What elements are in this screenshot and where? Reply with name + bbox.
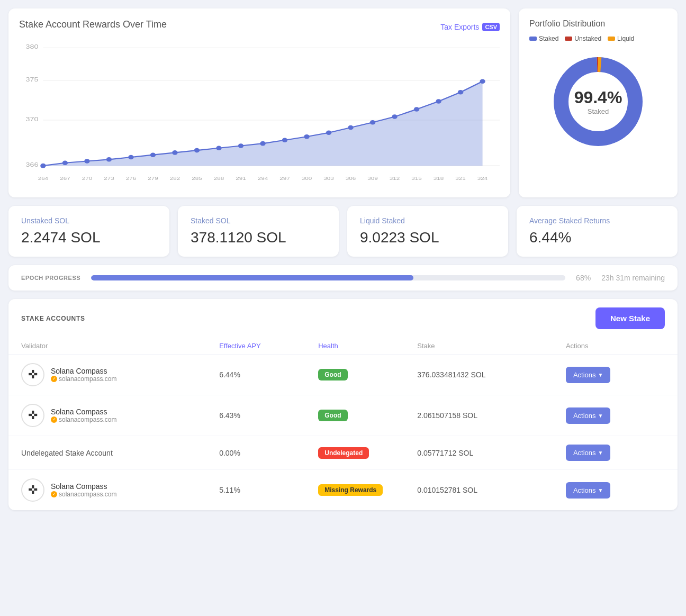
staked-label: Staked [539, 35, 558, 42]
legend-unstaked: Unstaked [565, 35, 601, 42]
actions-button-0[interactable]: Actions ▼ [566, 367, 611, 383]
staked-sol-label: Staked SOL [191, 216, 326, 225]
col-header-health: Health [318, 342, 417, 350]
svg-point-11 [84, 159, 89, 164]
svg-text:380: 380 [26, 43, 39, 51]
portfolio-title: Portfolio Distribution [529, 19, 667, 29]
health-badge-2: Undelegated [318, 447, 369, 459]
new-stake-button[interactable]: New Stake [595, 307, 665, 329]
svg-point-23 [348, 125, 353, 130]
stats-row: Unstaked SOL 2.2474 SOL Staked SOL 378.1… [8, 206, 678, 257]
avg-returns-value: 6.44% [529, 229, 665, 246]
svg-text:315: 315 [411, 175, 422, 181]
col-header-apy: Effective APY [219, 342, 318, 350]
svg-point-16 [194, 148, 200, 153]
portfolio-card: Portfolio Distribution Staked Unstaked L… [519, 8, 678, 197]
portfolio-legend: Staked Unstaked Liquid [529, 35, 667, 42]
svg-point-29 [480, 79, 485, 84]
actions-cell-3: Actions ▼ [566, 482, 665, 499]
chart-card: Stake Account Rewards Over Time Tax Expo… [8, 8, 510, 197]
svg-text:309: 309 [367, 175, 378, 181]
unstaked-label: Unstaked [574, 35, 601, 42]
svg-point-25 [392, 114, 397, 119]
actions-cell-0: Actions ▼ [566, 367, 665, 383]
apy-cell-2: 0.00% [219, 449, 318, 457]
col-header-validator: Validator [21, 342, 219, 350]
validator-url-3: ✓ solanacompass.com [51, 491, 116, 498]
verified-icon-0: ✓ [51, 376, 57, 382]
stake-cell-0: 376.033481432 SOL [417, 370, 566, 379]
svg-point-27 [436, 99, 441, 104]
epoch-progress-fill [91, 275, 413, 280]
donut-percentage: 99.4% [574, 88, 622, 107]
health-badge-3: Missing Rewards [318, 484, 383, 496]
svg-text:285: 285 [192, 175, 202, 181]
svg-point-19 [260, 141, 265, 146]
unstaked-sol-label: Unstaked SOL [21, 216, 157, 225]
actions-button-2[interactable]: Actions ▼ [566, 445, 611, 461]
svg-text:370: 370 [26, 115, 39, 123]
apy-cell-1: 6.43% [219, 411, 318, 420]
svg-point-13 [128, 155, 133, 160]
apy-cell-3: 5.11% [219, 486, 318, 494]
tax-exports-button[interactable]: Tax Exports CSV [440, 23, 500, 31]
svg-text:297: 297 [279, 175, 290, 181]
staked-dot [529, 37, 537, 41]
csv-icon: CSV [482, 23, 500, 31]
validator-name-1: Solana Compass [51, 407, 116, 416]
actions-cell-1: Actions ▼ [566, 407, 665, 424]
validator-cell-0: ✜ Solana Compass ✓ solanacompass.com [21, 363, 219, 386]
liquid-staked-card: Liquid Staked 9.0223 SOL [347, 206, 508, 257]
epoch-card: EPOCH PROGRESS 68% 23h 31m remaining [8, 265, 678, 291]
unstaked-sol-value: 2.2474 SOL [21, 229, 157, 246]
actions-cell-2: Actions ▼ [566, 445, 665, 461]
stake-cell-2: 0.05771712 SOL [417, 449, 566, 457]
stake-accounts-header: STAKE ACCOUNTS New Stake [8, 299, 678, 338]
svg-text:273: 273 [104, 175, 114, 181]
rewards-chart: 380 375 370 366 [19, 39, 500, 187]
chart-title: Stake Account Rewards Over Time [19, 19, 167, 30]
table-row: ✜ Solana Compass ✓ solanacompass.com 6.4… [8, 355, 678, 395]
legend-staked: Staked [529, 35, 558, 42]
tax-exports-label: Tax Exports [440, 23, 479, 31]
svg-text:318: 318 [434, 175, 444, 181]
validator-name-2: Undelegated Stake Account [21, 449, 113, 457]
epoch-progress-bar [91, 275, 565, 280]
liquid-dot [608, 37, 615, 41]
svg-text:279: 279 [148, 175, 158, 181]
validator-icon-1: ✜ [21, 404, 44, 427]
chevron-down-icon: ▼ [598, 487, 603, 493]
svg-point-28 [458, 90, 463, 95]
svg-point-24 [370, 120, 375, 125]
validator-info-1: Solana Compass ✓ solanacompass.com [51, 407, 116, 423]
svg-text:324: 324 [477, 175, 488, 181]
table-row: Undelegated Stake Account 0.00% Undelega… [8, 436, 678, 470]
chevron-down-icon: ▼ [598, 450, 603, 456]
svg-text:375: 375 [26, 76, 39, 83]
staked-sol-value: 378.1120 SOL [191, 229, 326, 246]
verified-icon-3: ✓ [51, 491, 57, 497]
validator-name-0: Solana Compass [51, 367, 116, 375]
legend-liquid: Liquid [608, 35, 634, 42]
donut-center: 99.4% Staked [574, 88, 622, 115]
actions-button-1[interactable]: Actions ▼ [566, 407, 611, 424]
health-cell-1: Good [318, 410, 417, 421]
liquid-staked-value: 9.0223 SOL [360, 229, 495, 246]
table-row: ✜ Solana Compass ✓ solanacompass.com 5.1… [8, 470, 678, 510]
staked-sol-card: Staked SOL 378.1120 SOL [178, 206, 339, 257]
actions-button-3[interactable]: Actions ▼ [566, 482, 611, 499]
liquid-staked-label: Liquid Staked [360, 216, 495, 225]
health-cell-0: Good [318, 369, 417, 381]
validator-cell-1: ✜ Solana Compass ✓ solanacompass.com [21, 404, 219, 427]
svg-point-18 [238, 143, 243, 148]
svg-point-12 [106, 157, 112, 162]
svg-point-20 [282, 138, 287, 142]
validator-url-0: ✓ solanacompass.com [51, 375, 116, 383]
svg-point-15 [172, 150, 177, 155]
unstaked-dot [565, 37, 572, 41]
svg-marker-8 [43, 81, 482, 166]
table-row: ✜ Solana Compass ✓ solanacompass.com 6.4… [8, 395, 678, 436]
svg-point-26 [414, 107, 419, 112]
epoch-label: EPOCH PROGRESS [21, 275, 80, 281]
svg-point-22 [326, 130, 331, 135]
